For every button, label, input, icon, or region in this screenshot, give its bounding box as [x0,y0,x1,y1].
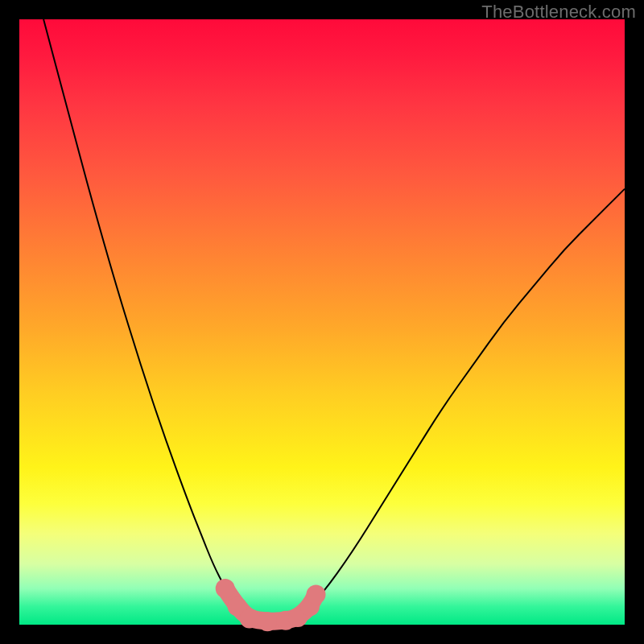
gradient-plot-area [19,19,625,625]
watermark-text: TheBottleneck.com [481,2,636,23]
